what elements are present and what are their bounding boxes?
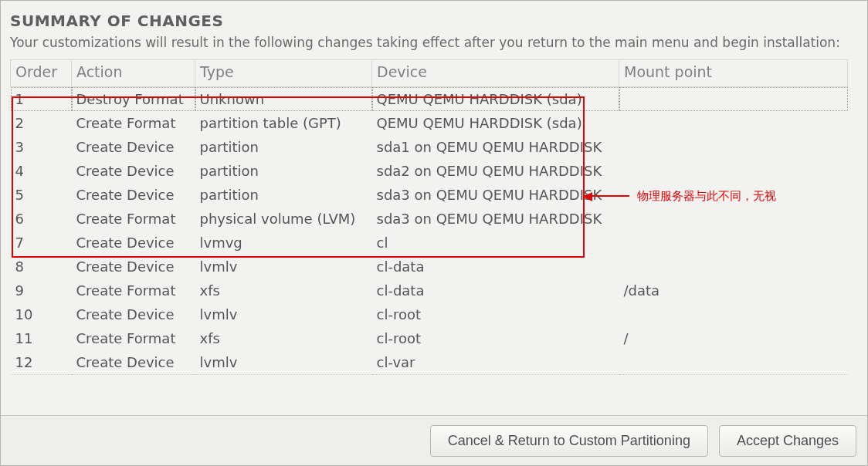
table-row[interactable]: 6Create Formatphysical volume (LVM)sda3 …	[11, 207, 848, 231]
cell-action: Create Device	[72, 255, 195, 279]
cell-type: xfs	[195, 326, 372, 350]
cell-action: Destroy Format	[72, 87, 195, 112]
cell-mount	[619, 87, 848, 112]
col-header-order[interactable]: Order	[11, 60, 72, 87]
cell-mount: /	[619, 326, 848, 350]
changes-table: Order Action Type Device Mount point 1De…	[10, 59, 848, 375]
cell-mount	[619, 302, 848, 326]
cell-device: sda2 on QEMU QEMU HARDDISK	[372, 159, 619, 183]
table-row[interactable]: 8Create Devicelvmlvcl-data	[11, 255, 848, 279]
summary-of-changes-dialog: SUMMARY OF CHANGES Your customizations w…	[0, 0, 868, 466]
cell-order: 11	[11, 326, 72, 350]
table-row[interactable]: 10Create Devicelvmlvcl-root	[11, 302, 848, 326]
col-header-device[interactable]: Device	[372, 60, 619, 87]
table-row[interactable]: 5Create Devicepartitionsda3 on QEMU QEMU…	[11, 183, 848, 207]
cancel-button[interactable]: Cancel & Return to Custom Partitioning	[430, 425, 708, 457]
cell-order: 3	[11, 135, 72, 159]
col-header-type[interactable]: Type	[195, 60, 372, 87]
cell-action: Create Device	[72, 350, 195, 375]
cell-mount	[619, 255, 848, 279]
table-row[interactable]: 12Create Devicelvmlvcl-var	[11, 350, 848, 375]
cell-mount: /data	[619, 279, 848, 302]
cell-order: 9	[11, 279, 72, 302]
cell-device: sda1 on QEMU QEMU HARDDISK	[372, 135, 619, 159]
cell-order: 4	[11, 159, 72, 183]
cell-device: cl-data	[372, 279, 619, 302]
table-row[interactable]: 11Create Formatxfscl-root/	[11, 326, 848, 350]
cell-order: 12	[11, 350, 72, 375]
dialog-footer: Cancel & Return to Custom Partitioning A…	[1, 415, 867, 465]
cell-mount	[619, 207, 848, 231]
dialog-title: SUMMARY OF CHANGES	[10, 12, 858, 30]
cell-mount	[619, 183, 848, 207]
cell-order: 10	[11, 302, 72, 326]
cell-type: lvmlv	[195, 302, 372, 326]
cell-type: Unknown	[195, 87, 372, 112]
cell-device: cl-root	[372, 302, 619, 326]
cell-action: Create Device	[72, 183, 195, 207]
cell-type: lvmlv	[195, 350, 372, 375]
cell-action: Create Format	[72, 111, 195, 135]
cell-device: QEMU QEMU HARDDISK (sda)	[372, 87, 619, 112]
col-header-action[interactable]: Action	[72, 60, 195, 87]
cell-order: 1	[11, 87, 72, 112]
cell-device: sda3 on QEMU QEMU HARDDISK	[372, 183, 619, 207]
cell-action: Create Device	[72, 302, 195, 326]
cell-order: 5	[11, 183, 72, 207]
cell-order: 8	[11, 255, 72, 279]
cell-type: lvmlv	[195, 255, 372, 279]
dialog-subtitle: Your customizations will result in the f…	[10, 35, 858, 50]
cell-action: Create Format	[72, 279, 195, 302]
cell-order: 7	[11, 231, 72, 255]
cell-action: Create Format	[72, 207, 195, 231]
cell-mount	[619, 159, 848, 183]
cell-device: cl-root	[372, 326, 619, 350]
table-row[interactable]: 4Create Devicepartitionsda2 on QEMU QEMU…	[11, 159, 848, 183]
accept-button[interactable]: Accept Changes	[719, 425, 856, 457]
cell-device: sda3 on QEMU QEMU HARDDISK	[372, 207, 619, 231]
table-row[interactable]: 7Create Devicelvmvgcl	[11, 231, 848, 255]
cell-type: partition	[195, 159, 372, 183]
table-row[interactable]: 2Create Formatpartition table (GPT)QEMU …	[11, 111, 848, 135]
cell-action: Create Device	[72, 159, 195, 183]
cell-order: 2	[11, 111, 72, 135]
cell-mount	[619, 111, 848, 135]
cell-mount	[619, 350, 848, 375]
cell-type: lvmvg	[195, 231, 372, 255]
cell-type: physical volume (LVM)	[195, 207, 372, 231]
cell-device: cl-data	[372, 255, 619, 279]
table-header-row: Order Action Type Device Mount point	[11, 60, 848, 87]
cell-device: cl	[372, 231, 619, 255]
cell-type: partition	[195, 183, 372, 207]
cell-order: 6	[11, 207, 72, 231]
cell-device: cl-var	[372, 350, 619, 375]
cell-action: Create Device	[72, 231, 195, 255]
col-header-mount[interactable]: Mount point	[619, 60, 848, 87]
cell-mount	[619, 135, 848, 159]
cell-action: Create Device	[72, 135, 195, 159]
cell-device: QEMU QEMU HARDDISK (sda)	[372, 111, 619, 135]
cell-type: xfs	[195, 279, 372, 302]
cell-action: Create Format	[72, 326, 195, 350]
table-row[interactable]: 1Destroy FormatUnknownQEMU QEMU HARDDISK…	[11, 87, 848, 112]
cell-type: partition	[195, 135, 372, 159]
table-row[interactable]: 3Create Devicepartitionsda1 on QEMU QEMU…	[11, 135, 848, 159]
table-row[interactable]: 9Create Formatxfscl-data/data	[11, 279, 848, 302]
cell-mount	[619, 231, 848, 255]
cell-type: partition table (GPT)	[195, 111, 372, 135]
